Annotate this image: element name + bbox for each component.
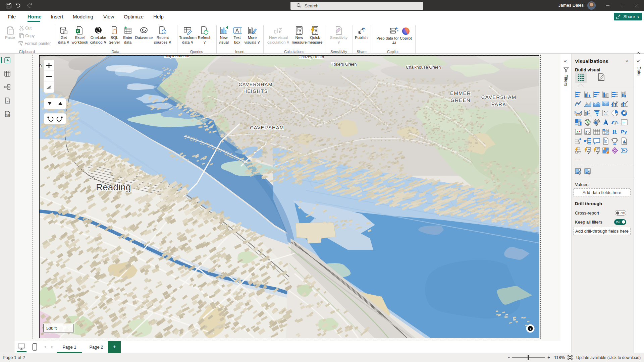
svg-text:Chazey Heath: Chazey Heath [299, 56, 324, 59]
svg-text:Py: Py [621, 129, 627, 134]
svg-text:CAVERSHAM: CAVERSHAM [238, 82, 273, 87]
svg-text:i: i [530, 327, 531, 331]
svg-text:EMMER: EMMER [450, 90, 471, 96]
svg-text:Reading: Reading [96, 182, 131, 192]
svg-text:CAVERSHAM: CAVERSHAM [481, 94, 517, 100]
svg-text:R: R [612, 129, 617, 135]
svg-text:Chalkhouse Green: Chalkhouse Green [406, 65, 441, 70]
svg-text:PARK: PARK [491, 101, 506, 107]
svg-text:500 ft: 500 ft [46, 326, 57, 331]
svg-text:TMDL: TMDL [5, 114, 10, 116]
svg-text:Mapledurham: Mapledurham [164, 56, 189, 58]
svg-text:D: D [40, 64, 42, 68]
svg-text:CAVERSHAM: CAVERSHAM [250, 125, 284, 130]
svg-text:Tokers Green: Tokers Green [331, 62, 357, 67]
svg-text:GREEN: GREEN [450, 97, 470, 103]
svg-text:HEIGHTS: HEIGHTS [244, 88, 268, 94]
svg-text:DAX: DAX [6, 101, 10, 103]
